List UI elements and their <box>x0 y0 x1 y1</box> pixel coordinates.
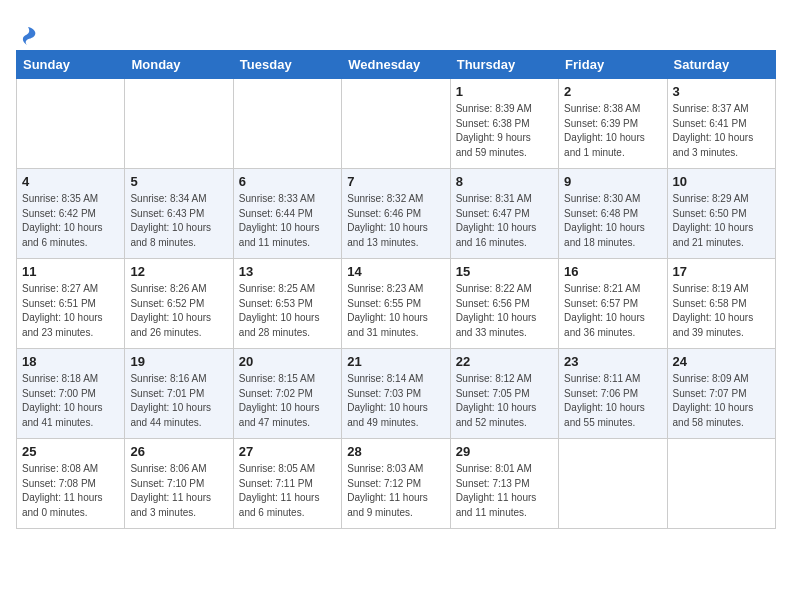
day-number: 12 <box>130 264 227 279</box>
calendar-cell: 3Sunrise: 8:37 AMSunset: 6:41 PMDaylight… <box>667 79 775 169</box>
day-info: Sunrise: 8:23 AMSunset: 6:55 PMDaylight:… <box>347 282 444 340</box>
calendar-cell: 23Sunrise: 8:11 AMSunset: 7:06 PMDayligh… <box>559 349 667 439</box>
calendar-cell: 7Sunrise: 8:32 AMSunset: 6:46 PMDaylight… <box>342 169 450 259</box>
calendar-cell: 16Sunrise: 8:21 AMSunset: 6:57 PMDayligh… <box>559 259 667 349</box>
day-info: Sunrise: 8:34 AMSunset: 6:43 PMDaylight:… <box>130 192 227 250</box>
calendar-cell: 21Sunrise: 8:14 AMSunset: 7:03 PMDayligh… <box>342 349 450 439</box>
day-info: Sunrise: 8:15 AMSunset: 7:02 PMDaylight:… <box>239 372 336 430</box>
day-number: 14 <box>347 264 444 279</box>
calendar-cell: 12Sunrise: 8:26 AMSunset: 6:52 PMDayligh… <box>125 259 233 349</box>
logo-bird-icon <box>17 24 39 46</box>
weekday-header-monday: Monday <box>125 51 233 79</box>
calendar-cell: 29Sunrise: 8:01 AMSunset: 7:13 PMDayligh… <box>450 439 558 529</box>
day-number: 15 <box>456 264 553 279</box>
weekday-header-tuesday: Tuesday <box>233 51 341 79</box>
calendar-week-row: 25Sunrise: 8:08 AMSunset: 7:08 PMDayligh… <box>17 439 776 529</box>
calendar-cell: 27Sunrise: 8:05 AMSunset: 7:11 PMDayligh… <box>233 439 341 529</box>
day-info: Sunrise: 8:12 AMSunset: 7:05 PMDaylight:… <box>456 372 553 430</box>
calendar-cell: 4Sunrise: 8:35 AMSunset: 6:42 PMDaylight… <box>17 169 125 259</box>
day-number: 17 <box>673 264 770 279</box>
day-number: 9 <box>564 174 661 189</box>
calendar-cell <box>125 79 233 169</box>
day-number: 24 <box>673 354 770 369</box>
calendar-cell: 26Sunrise: 8:06 AMSunset: 7:10 PMDayligh… <box>125 439 233 529</box>
day-number: 1 <box>456 84 553 99</box>
day-number: 26 <box>130 444 227 459</box>
calendar-week-row: 11Sunrise: 8:27 AMSunset: 6:51 PMDayligh… <box>17 259 776 349</box>
calendar-week-row: 1Sunrise: 8:39 AMSunset: 6:38 PMDaylight… <box>17 79 776 169</box>
day-info: Sunrise: 8:39 AMSunset: 6:38 PMDaylight:… <box>456 102 553 160</box>
day-info: Sunrise: 8:35 AMSunset: 6:42 PMDaylight:… <box>22 192 119 250</box>
day-info: Sunrise: 8:19 AMSunset: 6:58 PMDaylight:… <box>673 282 770 340</box>
day-number: 10 <box>673 174 770 189</box>
weekday-header-friday: Friday <box>559 51 667 79</box>
calendar-cell: 15Sunrise: 8:22 AMSunset: 6:56 PMDayligh… <box>450 259 558 349</box>
day-number: 19 <box>130 354 227 369</box>
day-info: Sunrise: 8:08 AMSunset: 7:08 PMDaylight:… <box>22 462 119 520</box>
day-info: Sunrise: 8:37 AMSunset: 6:41 PMDaylight:… <box>673 102 770 160</box>
day-info: Sunrise: 8:05 AMSunset: 7:11 PMDaylight:… <box>239 462 336 520</box>
calendar-cell: 19Sunrise: 8:16 AMSunset: 7:01 PMDayligh… <box>125 349 233 439</box>
day-number: 13 <box>239 264 336 279</box>
calendar-cell: 20Sunrise: 8:15 AMSunset: 7:02 PMDayligh… <box>233 349 341 439</box>
day-info: Sunrise: 8:09 AMSunset: 7:07 PMDaylight:… <box>673 372 770 430</box>
calendar-cell <box>342 79 450 169</box>
calendar-cell: 25Sunrise: 8:08 AMSunset: 7:08 PMDayligh… <box>17 439 125 529</box>
day-number: 6 <box>239 174 336 189</box>
day-info: Sunrise: 8:32 AMSunset: 6:46 PMDaylight:… <box>347 192 444 250</box>
day-number: 28 <box>347 444 444 459</box>
calendar-cell: 17Sunrise: 8:19 AMSunset: 6:58 PMDayligh… <box>667 259 775 349</box>
day-number: 11 <box>22 264 119 279</box>
day-info: Sunrise: 8:14 AMSunset: 7:03 PMDaylight:… <box>347 372 444 430</box>
day-info: Sunrise: 8:33 AMSunset: 6:44 PMDaylight:… <box>239 192 336 250</box>
day-info: Sunrise: 8:22 AMSunset: 6:56 PMDaylight:… <box>456 282 553 340</box>
day-info: Sunrise: 8:26 AMSunset: 6:52 PMDaylight:… <box>130 282 227 340</box>
weekday-header-saturday: Saturday <box>667 51 775 79</box>
day-info: Sunrise: 8:29 AMSunset: 6:50 PMDaylight:… <box>673 192 770 250</box>
day-info: Sunrise: 8:21 AMSunset: 6:57 PMDaylight:… <box>564 282 661 340</box>
page-header <box>16 20 776 42</box>
day-number: 18 <box>22 354 119 369</box>
day-number: 20 <box>239 354 336 369</box>
day-number: 7 <box>347 174 444 189</box>
calendar-cell: 9Sunrise: 8:30 AMSunset: 6:48 PMDaylight… <box>559 169 667 259</box>
calendar-cell <box>233 79 341 169</box>
calendar-week-row: 4Sunrise: 8:35 AMSunset: 6:42 PMDaylight… <box>17 169 776 259</box>
day-info: Sunrise: 8:38 AMSunset: 6:39 PMDaylight:… <box>564 102 661 160</box>
day-number: 3 <box>673 84 770 99</box>
day-number: 8 <box>456 174 553 189</box>
day-info: Sunrise: 8:30 AMSunset: 6:48 PMDaylight:… <box>564 192 661 250</box>
day-number: 16 <box>564 264 661 279</box>
calendar-cell <box>17 79 125 169</box>
calendar-cell: 28Sunrise: 8:03 AMSunset: 7:12 PMDayligh… <box>342 439 450 529</box>
weekday-header-wednesday: Wednesday <box>342 51 450 79</box>
day-number: 23 <box>564 354 661 369</box>
day-info: Sunrise: 8:18 AMSunset: 7:00 PMDaylight:… <box>22 372 119 430</box>
weekday-header-sunday: Sunday <box>17 51 125 79</box>
day-info: Sunrise: 8:06 AMSunset: 7:10 PMDaylight:… <box>130 462 227 520</box>
calendar-cell <box>667 439 775 529</box>
day-info: Sunrise: 8:27 AMSunset: 6:51 PMDaylight:… <box>22 282 119 340</box>
weekday-header-thursday: Thursday <box>450 51 558 79</box>
day-number: 27 <box>239 444 336 459</box>
calendar-cell: 24Sunrise: 8:09 AMSunset: 7:07 PMDayligh… <box>667 349 775 439</box>
calendar-cell: 10Sunrise: 8:29 AMSunset: 6:50 PMDayligh… <box>667 169 775 259</box>
day-number: 29 <box>456 444 553 459</box>
logo <box>16 24 40 42</box>
calendar-cell: 5Sunrise: 8:34 AMSunset: 6:43 PMDaylight… <box>125 169 233 259</box>
day-number: 25 <box>22 444 119 459</box>
calendar-cell: 13Sunrise: 8:25 AMSunset: 6:53 PMDayligh… <box>233 259 341 349</box>
calendar-cell: 11Sunrise: 8:27 AMSunset: 6:51 PMDayligh… <box>17 259 125 349</box>
calendar-cell <box>559 439 667 529</box>
day-number: 22 <box>456 354 553 369</box>
calendar-cell: 1Sunrise: 8:39 AMSunset: 6:38 PMDaylight… <box>450 79 558 169</box>
day-number: 2 <box>564 84 661 99</box>
calendar-table: SundayMondayTuesdayWednesdayThursdayFrid… <box>16 50 776 529</box>
day-info: Sunrise: 8:11 AMSunset: 7:06 PMDaylight:… <box>564 372 661 430</box>
day-number: 21 <box>347 354 444 369</box>
calendar-week-row: 18Sunrise: 8:18 AMSunset: 7:00 PMDayligh… <box>17 349 776 439</box>
day-number: 5 <box>130 174 227 189</box>
calendar-cell: 22Sunrise: 8:12 AMSunset: 7:05 PMDayligh… <box>450 349 558 439</box>
calendar-cell: 8Sunrise: 8:31 AMSunset: 6:47 PMDaylight… <box>450 169 558 259</box>
calendar-cell: 2Sunrise: 8:38 AMSunset: 6:39 PMDaylight… <box>559 79 667 169</box>
